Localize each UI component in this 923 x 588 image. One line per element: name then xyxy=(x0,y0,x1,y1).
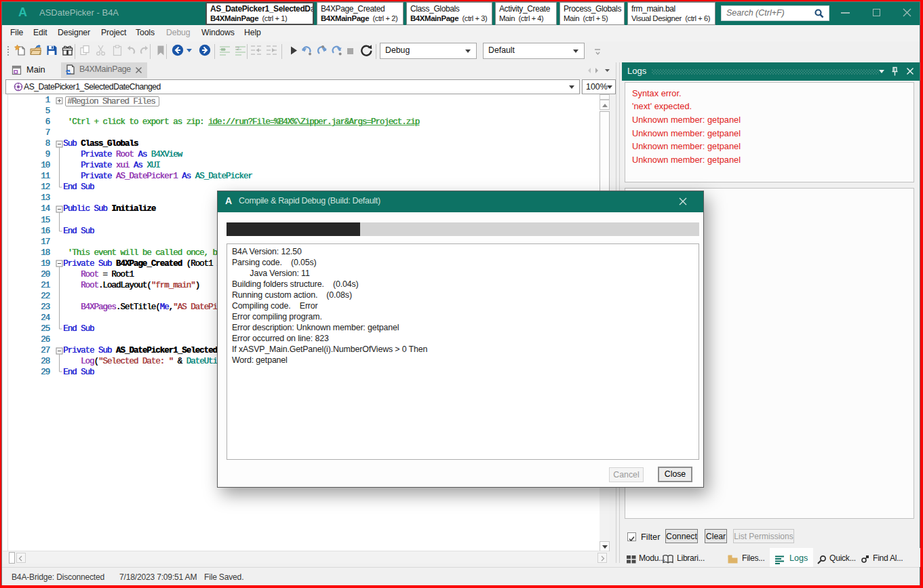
svg-text:'2: '2 xyxy=(235,45,240,52)
